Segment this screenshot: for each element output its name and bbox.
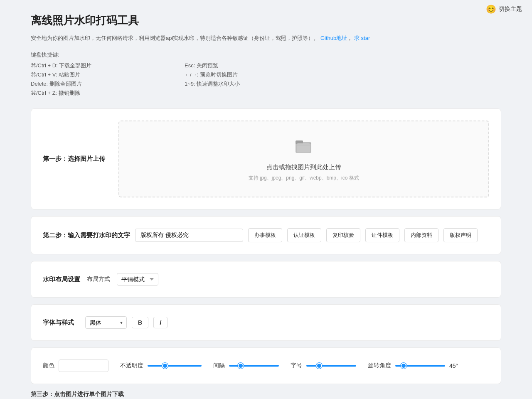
template-btn-1[interactable]: 认证模板 — [287, 228, 321, 242]
step2-card: 第二步：输入需要打水印的文字 办事模板 认证模板 复印核验 证件模板 内部资料 … — [31, 216, 501, 254]
template-btn-3[interactable]: 证件模板 — [365, 228, 399, 242]
color-picker[interactable] — [59, 360, 108, 372]
bold-button[interactable]: B — [132, 317, 148, 328]
page-title: 离线照片水印打码工具 — [31, 13, 501, 28]
rotate-value-display: 45° — [449, 362, 463, 369]
keyboard-shortcuts-section: 键盘快捷键: ⌘/Ctrl + D: 下载全部图片 Esc: 关闭预览 ⌘/Ct… — [31, 51, 501, 97]
layout-card: 水印布局设置 布局方式 平铺模式 单行模式 居中模式 — [31, 261, 501, 298]
main-container: 离线照片水印打码工具 安全地为你的图片加水印，无任何网络请求，利用浏览器api实… — [21, 0, 511, 399]
svg-rect-1 — [296, 140, 303, 144]
italic-button[interactable]: I — [153, 317, 167, 328]
step2-label: 第二步：输入需要打水印的文字 — [43, 232, 130, 239]
gap-label: 间隔 — [213, 362, 225, 369]
rotate-slider[interactable] — [395, 365, 445, 367]
layout-select[interactable]: 平铺模式 单行模式 居中模式 — [117, 273, 158, 286]
watermark-text-input[interactable] — [135, 229, 243, 242]
font-section-label: 字体与样式 — [43, 319, 80, 327]
svg-rect-2 — [297, 143, 310, 153]
theme-label: 切换主题 — [499, 5, 522, 13]
shortcut-number: 1~9: 快速调整水印大小 — [185, 80, 322, 88]
shortcut-arrow: ←/→: 预览时切换图片 — [185, 71, 322, 79]
step3-section: 第三步：点击图片进行单个图片下载 ⬇ 下载全部 🗑 删除全部 — [31, 391, 501, 399]
page-description: 安全地为你的图片加水印，无任何网络请求，利用浏览器api实现水印，特别适合各种敏… — [31, 34, 501, 43]
template-btn-5[interactable]: 版权声明 — [443, 228, 478, 242]
keyboard-grid: ⌘/Ctrl + D: 下载全部图片 Esc: 关闭预览 ⌘/Ctrl + V:… — [31, 62, 322, 97]
shortcut-paste: ⌘/Ctrl + V: 粘贴图片 — [31, 71, 168, 79]
layout-section-label: 水印布局设置 — [43, 276, 80, 283]
template-btn-4[interactable]: 内部资料 — [404, 228, 438, 242]
opacity-slider[interactable] — [148, 365, 202, 367]
template-btn-2[interactable]: 复印核验 — [326, 228, 360, 242]
theme-icon: 😊 — [486, 4, 496, 14]
shortcut-delete: Delete: 删除全部图片 — [31, 80, 168, 88]
color-label: 颜色 — [43, 362, 54, 369]
upload-sub-text: 支持 jpg、jpeg、png、gif、webp、bmp、ico 格式 — [249, 175, 359, 182]
gap-slider[interactable] — [229, 365, 279, 367]
fontsize-label: 字号 — [291, 362, 302, 369]
shortcut-download: ⌘/Ctrl + D: 下载全部图片 — [31, 62, 168, 69]
upload-dropzone[interactable]: 点击或拖拽图片到此处上传 支持 jpg、jpeg、png、gif、webp、bm… — [118, 121, 489, 197]
github-link[interactable]: Github地址 — [320, 35, 347, 41]
layout-sub-label: 布局方式 — [87, 276, 110, 283]
step1-label: 第一步：选择图片上传 — [43, 155, 105, 163]
font-select[interactable]: 黑体 宋体 微软雅黑 楷体 Arial — [85, 316, 127, 329]
step1-card: 第一步：选择图片上传 点击或拖拽图片到此处上传 支持 jpg、jpeg、png、… — [31, 108, 501, 209]
step3-label: 第三步：点击图片进行单个图片下载 — [31, 391, 501, 398]
fontsize-slider[interactable] — [306, 365, 356, 367]
keyboard-title: 键盘快捷键: — [31, 51, 501, 59]
star-link[interactable]: 求 star — [354, 35, 370, 41]
shortcut-undo: ⌘/Ctrl + Z: 撤销删除 — [31, 89, 168, 97]
theme-toggle-button[interactable]: 😊 切换主题 — [476, 0, 532, 18]
controls-card: 颜色 不透明度 间隔 字号 旋转角度 45° — [31, 347, 501, 384]
rotate-label: 旋转角度 — [368, 362, 391, 369]
upload-main-text: 点击或拖拽图片到此处上传 — [266, 163, 341, 171]
opacity-label: 不透明度 — [120, 362, 143, 369]
font-card: 字体与样式 黑体 宋体 微软雅黑 楷体 Arial ▼ B I — [31, 304, 501, 341]
upload-folder-icon — [295, 136, 313, 158]
shortcut-esc: Esc: 关闭预览 — [185, 62, 322, 69]
template-btn-0[interactable]: 办事模板 — [248, 228, 282, 242]
